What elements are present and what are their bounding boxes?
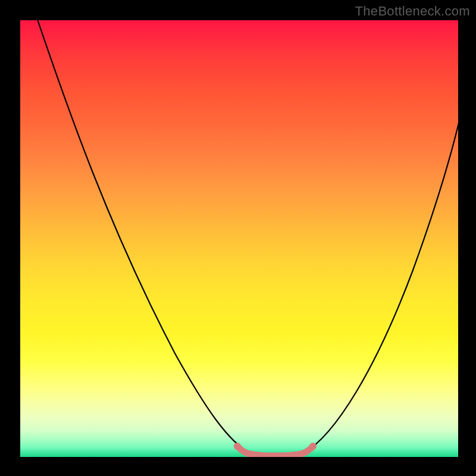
watermark-text: TheBottleneck.com	[355, 4, 470, 19]
bottleneck-curve-left	[36, 20, 252, 455]
curve-overlay	[20, 20, 458, 457]
optimal-marker-dot-right	[309, 443, 317, 450]
chart-container: TheBottleneck.com	[0, 0, 476, 476]
optimal-zone-marker	[237, 446, 313, 456]
optimal-marker-dot-left	[234, 443, 241, 450]
bottleneck-curve-right	[301, 115, 458, 455]
plot-area	[20, 20, 458, 457]
